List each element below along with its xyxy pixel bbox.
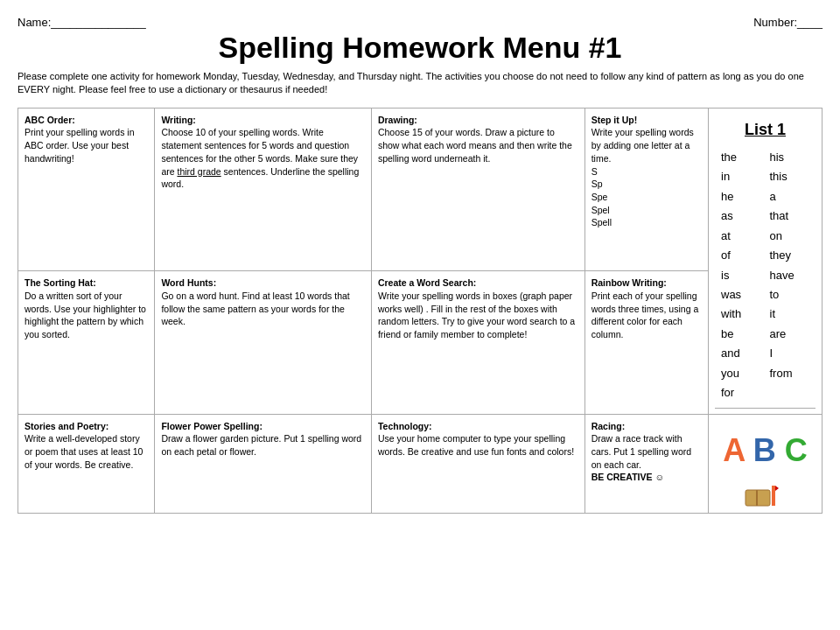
list1-title: List 1 [721, 119, 809, 141]
underline-text: third grade [177, 166, 220, 177]
activity-word-hunts: Word Hunts: Go on a word hunt. Find at l… [155, 271, 372, 414]
word-they: they [770, 246, 810, 264]
letter-b: B [753, 432, 776, 468]
technology-body: Use your home computer to type your spel… [378, 433, 574, 457]
word-are: are [770, 325, 810, 343]
instructions-text: Please complete one activity for homewor… [18, 70, 822, 97]
word-search-body: Write your spelling words in boxes (grap… [378, 290, 575, 340]
word-blank [770, 383, 810, 402]
sorting-hat-body: Do a written sort of your words. Use you… [24, 290, 146, 340]
word-this: this [770, 167, 810, 186]
word-in: in [721, 167, 761, 186]
letter-a: A [723, 432, 745, 468]
word-that: that [770, 206, 810, 225]
sorting-hat-title: The Sorting Hat: [24, 277, 96, 288]
word-it: it [770, 304, 810, 323]
activity-writing: Writing: Choose 10 of your spelling word… [155, 108, 372, 271]
word-from: from [770, 364, 810, 382]
stories-poetry-body: Write a well-developed story or poem tha… [24, 433, 143, 469]
technology-title: Technology: [378, 421, 432, 431]
abc-order-body: Print your spelling words in ABC order. … [24, 127, 134, 163]
activity-sorting-hat: The Sorting Hat: Do a written sort of yo… [18, 271, 155, 414]
writing-title: Writing: [161, 115, 195, 125]
activity-rainbow-writing: Rainbow Writing: Print each of your spel… [584, 271, 708, 414]
racing-title: Racing: [592, 421, 626, 431]
word-at: at [721, 227, 761, 245]
word-be: be [721, 325, 761, 343]
flower-power-title: Flower Power Spelling: [161, 421, 262, 431]
activity-technology: Technology: Use your home computer to ty… [371, 414, 584, 513]
svg-rect-1 [756, 490, 758, 506]
abc-order-title: ABC Order: [24, 115, 75, 125]
list1-panel: List 1 the his in this he a as that at o… [709, 108, 822, 414]
word-search-title: Create a Word Search: [378, 277, 476, 288]
abc-sub-graphic [715, 481, 816, 508]
word-of: of [721, 246, 761, 264]
pencil-book-icon [744, 481, 788, 508]
activity-drawing: Drawing: Choose 15 of your words. Draw a… [371, 108, 584, 271]
rainbow-writing-title: Rainbow Writing: [592, 277, 667, 288]
abc-letters: A B C [715, 420, 816, 481]
be-creative-text: BE CREATIVE ☺ [592, 472, 664, 482]
word-I: I [770, 344, 810, 362]
activity-flower-power: Flower Power Spelling: Draw a flower gar… [155, 414, 372, 513]
activity-abc-order: ABC Order: Print your spelling words in … [18, 108, 155, 271]
word-his: his [770, 148, 810, 166]
word-a: a [770, 187, 810, 206]
word-he: he [721, 187, 761, 206]
letter-c: C [785, 432, 808, 468]
step-it-up-title: Step it Up! [592, 115, 638, 125]
word-with: with [721, 304, 761, 323]
activity-racing: Racing: Draw a race track with cars. Put… [584, 414, 708, 513]
rainbow-writing-body: Print each of your spelling words three … [592, 290, 699, 340]
word-for: for [721, 383, 761, 402]
word-list: the his in this he a as that at on of th… [721, 148, 809, 402]
flower-power-body: Draw a flower garden picture. Put 1 spel… [161, 433, 361, 457]
word-is: is [721, 266, 761, 284]
name-field: Name:_______________ [18, 16, 146, 29]
stories-poetry-title: Stories and Poetry: [24, 421, 108, 431]
activity-word-search: Create a Word Search: Write your spellin… [371, 271, 584, 414]
number-field: Number:____ [753, 16, 822, 29]
word-the: the [721, 148, 761, 166]
abc-image-cell: A B C [709, 414, 822, 513]
word-was: was [721, 285, 761, 304]
word-hunts-body: Go on a word hunt. Find at least 10 word… [161, 290, 349, 326]
word-to: to [770, 285, 810, 304]
drawing-title: Drawing: [378, 115, 417, 125]
word-and: and [721, 344, 761, 362]
activity-step-it-up: Step it Up! Write your spelling words by… [584, 108, 708, 271]
page-title: Spelling Homework Menu #1 [18, 31, 822, 65]
word-hunts-title: Word Hunts: [161, 277, 216, 288]
word-you: you [721, 364, 761, 382]
word-on: on [770, 227, 810, 245]
drawing-body: Choose 15 of your words. Draw a picture … [378, 127, 572, 163]
word-have: have [770, 266, 810, 284]
activity-stories-poetry: Stories and Poetry: Write a well-develop… [18, 414, 155, 513]
word-as: as [721, 206, 761, 225]
svg-marker-2 [772, 486, 775, 506]
svg-marker-3 [775, 486, 779, 491]
